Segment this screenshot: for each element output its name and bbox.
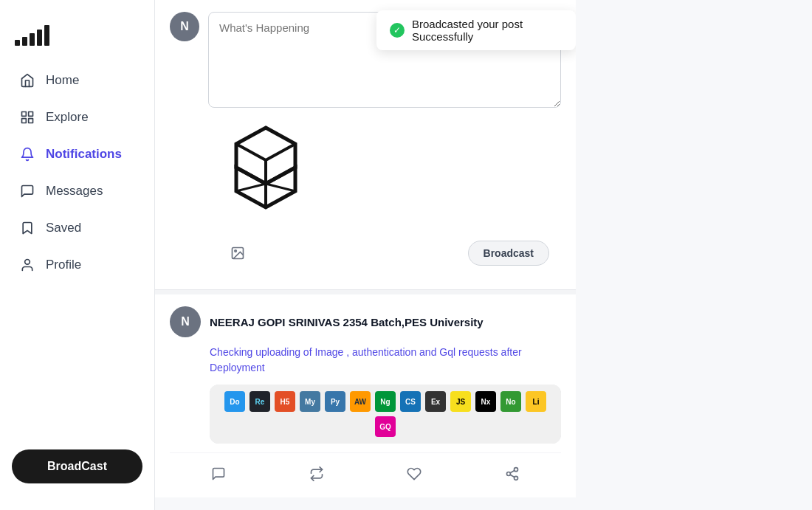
home-icon	[19, 72, 35, 89]
tech-docker: Do	[224, 391, 245, 412]
svg-point-14	[235, 250, 237, 252]
bar-3	[30, 33, 35, 46]
sidebar-item-home[interactable]: Home	[9, 63, 145, 97]
tech-html5: H5	[275, 391, 295, 412]
tech-aws: AW	[350, 391, 371, 412]
retweet-icon	[309, 466, 324, 481]
post-text: Checking uploading of Image , authentica…	[170, 345, 561, 376]
bar-2	[22, 37, 27, 46]
right-panel	[576, 0, 812, 510]
comment-button[interactable]	[202, 462, 235, 486]
sidebar-item-label: Profile	[46, 258, 81, 272]
check-icon: ✓	[390, 23, 405, 38]
post-header: N NEERAJ GOPI SRINIVAS 2354 Batch,PES Un…	[170, 306, 561, 337]
sidebar-item-label: Messages	[46, 184, 103, 199]
image-icon	[230, 246, 245, 261]
svg-line-19	[510, 470, 515, 472]
codesandbox-logo-section	[170, 111, 561, 235]
heart-icon	[407, 466, 422, 481]
success-toast: ✓ Broadcasted your post Successfully	[376, 10, 576, 50]
tech-react: Re	[250, 391, 270, 412]
explore-icon	[19, 109, 35, 125]
tech-grid: Do Re H5 My Py AW Ng CS Ex JS	[210, 385, 561, 444]
bar-1	[15, 40, 20, 46]
sidebar-item-explore[interactable]: Explore	[9, 100, 145, 134]
bookmark-icon	[19, 220, 35, 236]
toast-message: Broadcasted your post Successfully	[412, 18, 562, 43]
tech-css3: CS	[400, 391, 421, 412]
tech-linux: Li	[526, 391, 546, 412]
svg-rect-0	[22, 112, 27, 117]
compose-section: ✓ Broadcasted your post Successfully N	[155, 0, 576, 290]
svg-line-11	[236, 184, 266, 191]
comment-icon	[211, 466, 226, 481]
post-avatar: N	[170, 306, 201, 337]
sidebar-nav: Home Explore Notifications	[0, 63, 154, 441]
bell-icon	[19, 146, 35, 162]
codesandbox-logo	[221, 123, 310, 226]
sidebar-item-label: Explore	[46, 110, 89, 125]
message-icon	[19, 183, 35, 199]
logo-area	[0, 15, 154, 63]
like-button[interactable]	[398, 462, 430, 486]
retweet-button[interactable]	[300, 462, 333, 486]
feed-post: N NEERAJ GOPI SRINIVAS 2354 Batch,PES Un…	[155, 290, 576, 497]
svg-line-12	[266, 184, 295, 191]
image-upload-button[interactable]	[221, 241, 254, 265]
sidebar-item-profile[interactable]: Profile	[9, 248, 145, 282]
svg-line-18	[510, 475, 515, 477]
tech-nginx: Ng	[375, 391, 396, 412]
main-content: ✓ Broadcasted your post Successfully N	[155, 0, 576, 510]
post-actions	[170, 452, 561, 486]
bar-4	[37, 30, 42, 46]
share-icon	[505, 466, 520, 481]
share-button[interactable]	[496, 462, 529, 486]
sidebar-item-saved[interactable]: Saved	[9, 211, 145, 245]
user-icon	[19, 257, 35, 273]
compose-avatar: N	[170, 12, 199, 41]
sidebar-item-label: Saved	[46, 221, 81, 235]
svg-line-7	[236, 144, 266, 160]
broadcast-sidebar-button[interactable]: BroadCast	[12, 449, 142, 483]
tech-next: Nx	[475, 391, 496, 412]
tech-js: JS	[450, 391, 471, 412]
signal-logo	[15, 22, 140, 46]
tech-mysql: My	[300, 391, 320, 412]
tech-graphql: GQ	[375, 416, 396, 437]
sidebar-item-label: Notifications	[46, 147, 122, 162]
post-image: Do Re H5 My Py AW Ng CS Ex JS	[210, 385, 561, 444]
sidebar-item-label: Home	[46, 73, 79, 88]
post-username: NEERAJ GOPI SRINIVAS 2354 Batch,PES Univ…	[210, 316, 484, 328]
tech-python: Py	[325, 391, 345, 412]
tech-node: No	[500, 391, 521, 412]
svg-point-4	[25, 260, 30, 265]
bar-5	[44, 25, 49, 46]
action-bar-left	[221, 241, 254, 265]
svg-line-8	[266, 144, 295, 160]
sidebar-item-notifications[interactable]: Notifications	[9, 137, 145, 171]
svg-rect-2	[22, 119, 27, 123]
broadcast-post-button[interactable]: Broadcast	[468, 241, 549, 266]
svg-rect-3	[29, 119, 33, 123]
svg-rect-1	[29, 112, 33, 117]
sidebar: Home Explore Notifications	[0, 0, 155, 510]
sidebar-item-messages[interactable]: Messages	[9, 174, 145, 208]
tech-express: Ex	[425, 391, 446, 412]
compose-action-bar: Broadcast	[170, 235, 561, 278]
